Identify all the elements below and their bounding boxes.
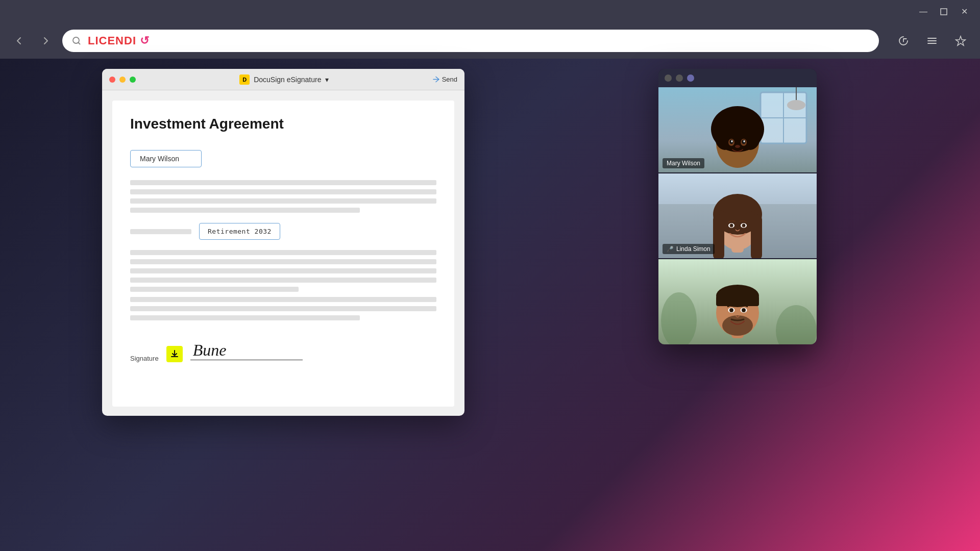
docusign-title: D DocuSign eSignature ▾ (140, 74, 429, 85)
favorites-button[interactable] (951, 32, 970, 50)
nav-actions (894, 32, 970, 50)
signature-text: Bune (193, 341, 227, 360)
minimize-button[interactable]: — (918, 6, 929, 17)
docusign-dropdown-icon: ▾ (325, 76, 329, 84)
svg-point-38 (744, 224, 745, 226)
svg-rect-30 (713, 214, 724, 259)
svg-point-32 (717, 196, 758, 214)
doc-line (130, 208, 360, 213)
svg-rect-0 (941, 9, 947, 15)
traffic-light-yellow[interactable] (119, 77, 126, 83)
close-button[interactable]: ✕ (959, 6, 970, 17)
vp-btn-1[interactable] (665, 74, 672, 82)
search-icon (71, 36, 82, 46)
svg-point-23 (735, 145, 740, 148)
send-button[interactable]: Send (433, 76, 457, 83)
svg-point-21 (731, 140, 733, 142)
send-icon (433, 76, 439, 83)
doc-lines-1 (130, 180, 436, 213)
doc-line (130, 189, 436, 194)
doc-line (130, 315, 360, 320)
retirement-row: Retirement 2032 (130, 223, 436, 240)
video-feed-1: Mary Wilson (658, 87, 817, 172)
svg-rect-46 (716, 296, 759, 306)
browser-chrome: — ✕ LICENDI ↺ (0, 0, 980, 59)
svg-point-16 (717, 112, 758, 132)
video-panel-titlebar (658, 69, 817, 87)
doc-line (130, 287, 299, 292)
video-name-tag-1: Mary Wilson (663, 158, 704, 168)
video-feed-2: 🎤 Linda Simon (658, 173, 817, 259)
svg-point-37 (731, 224, 733, 226)
title-bar: — ✕ (0, 0, 980, 23)
doc-line (130, 259, 436, 264)
signature-label: Signature (130, 355, 159, 362)
menu-button[interactable] (923, 32, 941, 50)
signature-line (190, 360, 303, 360)
svg-point-22 (744, 140, 745, 142)
docusign-window: D DocuSign eSignature ▾ Send Investment … (102, 69, 464, 416)
vp-btn-3[interactable] (687, 74, 694, 82)
vp-btn-2[interactable] (676, 74, 683, 82)
docusign-app-name: DocuSign eSignature (254, 76, 321, 84)
docusign-logo-icon: D (239, 74, 250, 85)
forward-button[interactable] (36, 32, 55, 50)
svg-point-52 (731, 309, 733, 311)
docusign-titlebar: D DocuSign eSignature ▾ Send (102, 69, 464, 90)
doc-line (130, 268, 436, 273)
svg-point-47 (722, 315, 753, 336)
doc-line (130, 297, 436, 302)
video-panel: Mary Wilson (658, 69, 817, 344)
docusign-content: Investment Agreement Mary Wilson Retirem… (112, 101, 454, 407)
svg-rect-31 (751, 214, 762, 259)
brand-logo: LICENDI ↺ (88, 34, 150, 47)
person3-avatar (658, 259, 817, 344)
traffic-light-red[interactable] (109, 77, 115, 83)
retirement-field[interactable]: Retirement 2032 (199, 223, 280, 240)
doc-lines-2 (130, 250, 436, 320)
name-field-row: Mary Wilson (130, 150, 436, 167)
participant-name-2: Linda Simon (676, 245, 710, 253)
back-button[interactable] (10, 32, 29, 50)
address-bar[interactable]: LICENDI ↺ (62, 30, 879, 52)
video-feeds: Mary Wilson (658, 87, 817, 344)
svg-point-9 (787, 100, 805, 110)
video-name-tag-2: 🎤 Linda Simon (663, 244, 715, 254)
traffic-light-green[interactable] (130, 77, 136, 83)
svg-point-53 (744, 309, 745, 311)
reload-button[interactable] (894, 32, 913, 50)
doc-line (130, 180, 436, 185)
name-field[interactable]: Mary Wilson (130, 150, 202, 167)
signature-row: Signature Bune (130, 341, 436, 362)
doc-line (130, 278, 436, 283)
video-feed-3 (658, 259, 817, 344)
doc-line (130, 250, 436, 255)
doc-line (130, 198, 436, 204)
participant-name-1: Mary Wilson (667, 160, 700, 167)
doc-line (130, 306, 436, 311)
nav-bar: LICENDI ↺ (0, 23, 980, 59)
main-area: D DocuSign eSignature ▾ Send Investment … (0, 59, 980, 551)
mic-muted-icon: 🎤 (667, 246, 674, 253)
send-label: Send (442, 76, 457, 83)
maximize-button[interactable] (938, 6, 949, 17)
signature-download-icon[interactable] (166, 346, 183, 362)
retirement-line (130, 229, 191, 234)
document-title: Investment Agreement (130, 116, 436, 132)
